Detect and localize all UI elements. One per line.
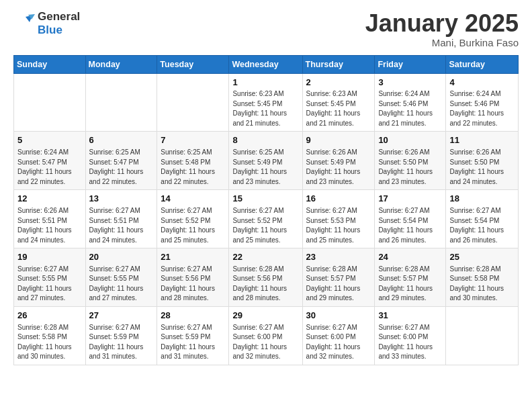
weekday-header-tuesday: Tuesday: [157, 55, 229, 73]
day-cell: 29Sunrise: 6:27 AM Sunset: 6:00 PM Dayli…: [229, 306, 302, 365]
logo: General Blue: [13, 10, 80, 36]
day-cell: 6Sunrise: 6:25 AM Sunset: 5:47 PM Daylig…: [85, 132, 157, 190]
header: General Blue January 2025 Mani, Burkina …: [13, 10, 519, 48]
weekday-header-friday: Friday: [375, 55, 446, 73]
day-number: 22: [232, 251, 298, 264]
day-number: 1: [232, 77, 298, 89]
weekday-header-monday: Monday: [85, 55, 157, 73]
day-number: 3: [378, 77, 442, 89]
day-cell: 13Sunrise: 6:27 AM Sunset: 5:51 PM Dayli…: [85, 190, 157, 248]
day-cell: 10Sunrise: 6:26 AM Sunset: 5:50 PM Dayli…: [375, 132, 446, 190]
day-cell: [446, 306, 519, 365]
day-number: 12: [17, 193, 82, 205]
day-cell: 28Sunrise: 6:27 AM Sunset: 5:59 PM Dayli…: [157, 306, 229, 365]
day-info: Sunrise: 6:26 AM Sunset: 5:49 PM Dayligh…: [306, 148, 361, 185]
day-info: Sunrise: 6:25 AM Sunset: 5:47 PM Dayligh…: [89, 148, 144, 185]
logo-container: General Blue: [13, 10, 80, 36]
day-number: 19: [17, 251, 82, 264]
day-cell: 12Sunrise: 6:26 AM Sunset: 5:51 PM Dayli…: [14, 190, 86, 248]
day-number: 18: [449, 193, 515, 205]
day-number: 16: [306, 193, 371, 205]
weekday-header-wednesday: Wednesday: [229, 55, 302, 73]
day-cell: 16Sunrise: 6:27 AM Sunset: 5:53 PM Dayli…: [302, 190, 375, 248]
day-number: 30: [306, 310, 371, 322]
day-info: Sunrise: 6:27 AM Sunset: 5:52 PM Dayligh…: [161, 207, 215, 244]
day-number: 23: [306, 251, 371, 264]
day-cell: 23Sunrise: 6:28 AM Sunset: 5:57 PM Dayli…: [302, 248, 375, 307]
day-info: Sunrise: 6:27 AM Sunset: 5:54 PM Dayligh…: [378, 207, 433, 244]
day-number: 4: [449, 77, 515, 89]
day-info: Sunrise: 6:28 AM Sunset: 5:56 PM Dayligh…: [232, 265, 287, 302]
day-number: 7: [161, 134, 225, 147]
day-number: 24: [378, 251, 442, 264]
day-info: Sunrise: 6:26 AM Sunset: 5:51 PM Dayligh…: [17, 207, 72, 244]
logo-bird-icon: [13, 13, 35, 34]
week-row-2: 5Sunrise: 6:24 AM Sunset: 5:47 PM Daylig…: [14, 132, 519, 190]
day-cell: 24Sunrise: 6:28 AM Sunset: 5:57 PM Dayli…: [375, 248, 446, 307]
month-title: January 2025: [365, 10, 519, 37]
day-number: 29: [232, 310, 298, 322]
day-info: Sunrise: 6:24 AM Sunset: 5:46 PM Dayligh…: [378, 90, 433, 127]
day-number: 8: [232, 134, 298, 147]
week-row-1: 1Sunrise: 6:23 AM Sunset: 5:45 PM Daylig…: [14, 73, 519, 132]
day-cell: 31Sunrise: 6:27 AM Sunset: 6:00 PM Dayli…: [375, 306, 446, 365]
day-number: 2: [306, 77, 371, 89]
title-block: January 2025 Mani, Burkina Faso: [365, 10, 519, 48]
day-info: Sunrise: 6:27 AM Sunset: 6:00 PM Dayligh…: [232, 324, 287, 361]
day-info: Sunrise: 6:27 AM Sunset: 5:59 PM Dayligh…: [89, 324, 144, 361]
day-number: 9: [306, 134, 371, 147]
day-info: Sunrise: 6:26 AM Sunset: 5:50 PM Dayligh…: [378, 148, 433, 185]
day-info: Sunrise: 6:28 AM Sunset: 5:58 PM Dayligh…: [17, 324, 72, 361]
day-info: Sunrise: 6:27 AM Sunset: 5:59 PM Dayligh…: [161, 324, 215, 361]
day-number: 15: [232, 193, 298, 205]
day-info: Sunrise: 6:28 AM Sunset: 5:57 PM Dayligh…: [378, 265, 433, 302]
day-cell: 17Sunrise: 6:27 AM Sunset: 5:54 PM Dayli…: [375, 190, 446, 248]
day-cell: 3Sunrise: 6:24 AM Sunset: 5:46 PM Daylig…: [375, 73, 446, 132]
day-cell: 4Sunrise: 6:24 AM Sunset: 5:46 PM Daylig…: [446, 73, 519, 132]
day-number: 20: [89, 251, 154, 264]
day-cell: 8Sunrise: 6:25 AM Sunset: 5:49 PM Daylig…: [229, 132, 302, 190]
day-info: Sunrise: 6:27 AM Sunset: 6:00 PM Dayligh…: [306, 324, 361, 361]
day-cell: 25Sunrise: 6:28 AM Sunset: 5:58 PM Dayli…: [446, 248, 519, 307]
day-info: Sunrise: 6:27 AM Sunset: 5:53 PM Dayligh…: [306, 207, 361, 244]
day-info: Sunrise: 6:25 AM Sunset: 5:49 PM Dayligh…: [232, 148, 287, 185]
day-info: Sunrise: 6:27 AM Sunset: 5:56 PM Dayligh…: [161, 265, 215, 302]
day-cell: 1Sunrise: 6:23 AM Sunset: 5:45 PM Daylig…: [229, 73, 302, 132]
day-number: 21: [161, 251, 225, 264]
day-number: 11: [449, 134, 515, 147]
day-cell: 21Sunrise: 6:27 AM Sunset: 5:56 PM Dayli…: [157, 248, 229, 307]
day-info: Sunrise: 6:27 AM Sunset: 5:55 PM Dayligh…: [89, 265, 144, 302]
day-cell: 30Sunrise: 6:27 AM Sunset: 6:00 PM Dayli…: [302, 306, 375, 365]
day-info: Sunrise: 6:27 AM Sunset: 6:00 PM Dayligh…: [378, 324, 433, 361]
day-cell: [157, 73, 229, 132]
day-info: Sunrise: 6:28 AM Sunset: 5:57 PM Dayligh…: [306, 265, 361, 302]
day-number: 14: [161, 193, 225, 205]
day-number: 27: [89, 310, 154, 322]
page: General Blue January 2025 Mani, Burkina …: [0, 0, 532, 411]
day-info: Sunrise: 6:28 AM Sunset: 5:58 PM Dayligh…: [449, 265, 504, 302]
day-info: Sunrise: 6:25 AM Sunset: 5:48 PM Dayligh…: [161, 148, 215, 185]
logo-text-general: General: [38, 10, 80, 24]
day-number: 10: [378, 134, 442, 147]
day-info: Sunrise: 6:24 AM Sunset: 5:47 PM Dayligh…: [17, 148, 72, 185]
day-cell: 18Sunrise: 6:27 AM Sunset: 5:54 PM Dayli…: [446, 190, 519, 248]
day-number: 26: [17, 310, 82, 322]
day-cell: 26Sunrise: 6:28 AM Sunset: 5:58 PM Dayli…: [14, 306, 86, 365]
day-info: Sunrise: 6:23 AM Sunset: 5:45 PM Dayligh…: [232, 90, 287, 127]
week-row-4: 19Sunrise: 6:27 AM Sunset: 5:55 PM Dayli…: [14, 248, 519, 307]
weekday-header-row: SundayMondayTuesdayWednesdayThursdayFrid…: [14, 55, 519, 73]
day-cell: 5Sunrise: 6:24 AM Sunset: 5:47 PM Daylig…: [14, 132, 86, 190]
day-info: Sunrise: 6:23 AM Sunset: 5:45 PM Dayligh…: [306, 90, 361, 127]
weekday-header-saturday: Saturday: [446, 55, 519, 73]
day-number: 5: [17, 134, 82, 147]
day-cell: 14Sunrise: 6:27 AM Sunset: 5:52 PM Dayli…: [157, 190, 229, 248]
logo-text-blue: Blue: [38, 24, 80, 37]
day-cell: 20Sunrise: 6:27 AM Sunset: 5:55 PM Dayli…: [85, 248, 157, 307]
weekday-header-thursday: Thursday: [302, 55, 375, 73]
day-cell: 11Sunrise: 6:26 AM Sunset: 5:50 PM Dayli…: [446, 132, 519, 190]
day-info: Sunrise: 6:27 AM Sunset: 5:51 PM Dayligh…: [89, 207, 144, 244]
day-cell: 7Sunrise: 6:25 AM Sunset: 5:48 PM Daylig…: [157, 132, 229, 190]
day-info: Sunrise: 6:27 AM Sunset: 5:54 PM Dayligh…: [449, 207, 504, 244]
week-row-3: 12Sunrise: 6:26 AM Sunset: 5:51 PM Dayli…: [14, 190, 519, 248]
day-cell: [85, 73, 157, 132]
